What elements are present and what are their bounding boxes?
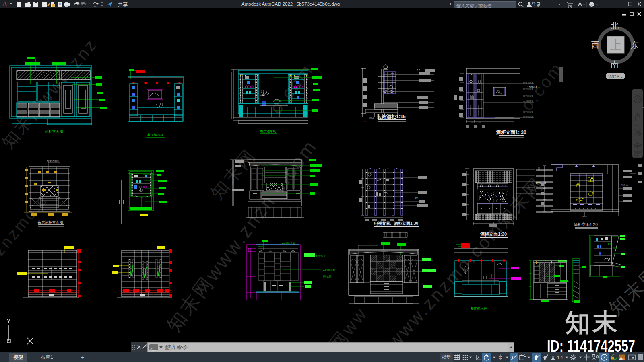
svg-text:1:1: 1:1: [557, 355, 563, 360]
svg-text:110: 110: [470, 121, 473, 124]
svg-text:壁要木物面: 壁要木物面: [47, 159, 59, 162]
svg-text:灯带位置: 灯带位置: [316, 255, 326, 257]
svg-text:装饰酒柜1:15: 装饰酒柜1:15: [377, 114, 406, 119]
svg-text:20: 20: [415, 196, 418, 199]
svg-text:酒柜立面1: 30: 酒柜立面1: 30: [495, 130, 526, 135]
svg-text:上: 上: [610, 38, 622, 51]
svg-text:灯带: 灯带: [608, 243, 612, 245]
svg-text:2300: 2300: [538, 167, 540, 171]
svg-text:40斤斤: 40斤斤: [621, 184, 629, 186]
svg-text:位置: 位置: [613, 247, 617, 249]
svg-text:120MM: 120MM: [527, 86, 537, 89]
svg-text:灯带位置: 灯带位置: [322, 275, 331, 278]
svg-text:电视背景、酒柜立面1:30: 电视背景、酒柜立面1:30: [374, 221, 418, 226]
svg-text:824: 824: [369, 117, 374, 119]
svg-text:酒柜立面1:30: 酒柜立面1:30: [480, 232, 507, 237]
svg-text:餐厅酒水柜: 餐厅酒水柜: [260, 130, 277, 133]
svg-text:110: 110: [477, 121, 481, 124]
svg-text:?: ?: [590, 3, 593, 7]
svg-text:白色乳胶漆: 白色乳胶漆: [523, 95, 533, 97]
svg-text:白色乳胶漆: 白色乳胶漆: [523, 111, 533, 113]
svg-text:酒柜立面1:20: 酒柜立面1:20: [574, 222, 598, 227]
svg-text:白色乳胶漆: 白色乳胶漆: [523, 81, 533, 84]
svg-text:Led灯带位置: Led灯带位置: [322, 269, 335, 272]
svg-text:12: 12: [417, 69, 420, 72]
svg-text:Y: Y: [6, 318, 11, 325]
svg-text:120MM: 120MM: [535, 181, 546, 185]
svg-text:白色乳胶漆: 白色乳胶漆: [523, 100, 533, 103]
svg-text:白色乳胶漆: 白色乳胶漆: [523, 115, 533, 118]
svg-text:1488: 1488: [582, 215, 587, 218]
svg-text:酒柜立面图: 酒柜立面图: [45, 130, 63, 134]
svg-text:餐厅酒水柜: 餐厅酒水柜: [471, 307, 487, 311]
svg-text:茶居酒柜立面图: 茶居酒柜立面图: [38, 220, 63, 224]
svg-text:120: 120: [362, 120, 367, 123]
svg-text:餐厅酒水柜: 餐厅酒水柜: [147, 133, 164, 137]
